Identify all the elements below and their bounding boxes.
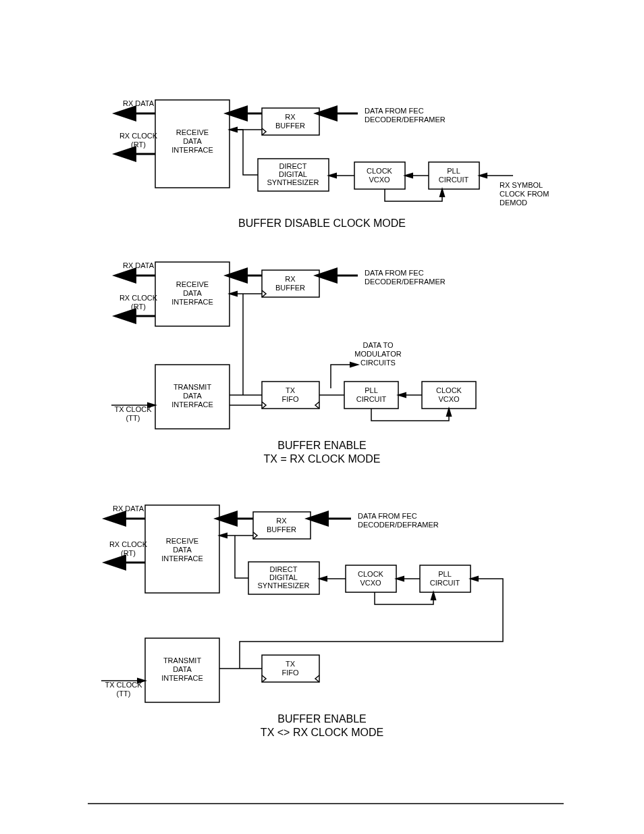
- title3b: TX <> RX CLOCK MODE: [261, 727, 383, 738]
- tdi-l3: INTERFACE: [171, 400, 213, 409]
- fec2-l2: DECODER/DEFRAMER: [365, 278, 446, 286]
- dds3-l2: DIGITAL: [269, 573, 298, 581]
- fec3-l2: DECODER/DEFRAMER: [358, 521, 439, 529]
- diagram-buffer-enable-txeqrx: RECEIVE DATA INTERFACE RX DATA RX CLOCK …: [111, 261, 476, 465]
- clk3-l1: CLOCK: [358, 570, 384, 578]
- tt-l: (TT): [126, 414, 140, 422]
- rs-l2: CLOCK FROM: [500, 190, 549, 198]
- tdi3-l2: DATA: [173, 665, 192, 673]
- pll-vcxo-fb2: [371, 409, 449, 421]
- tt-l3: (TT): [117, 689, 131, 698]
- clk3-l2: VCXO: [360, 579, 381, 587]
- rdi3-l2: DATA: [173, 546, 192, 554]
- rs-l1: RX SYMBOL: [500, 181, 543, 189]
- diagram-canvas: RECEIVE DATA INTERFACE RX DATA RX CLOCK …: [0, 0, 644, 834]
- rdi-label1: RECEIVE: [176, 128, 209, 136]
- txf3-l2: FIFO: [281, 669, 298, 677]
- rdi-l3: INTERFACE: [171, 298, 213, 306]
- rt-label: (RT): [131, 140, 146, 149]
- rt-l: (RT): [131, 303, 146, 311]
- pll2-l1: PLL: [365, 386, 378, 394]
- rxbuf3-l2: BUFFER: [267, 525, 296, 533]
- rdi-label2: DATA: [183, 137, 202, 145]
- rs-l3: DEMOD: [500, 199, 527, 207]
- vcxo-pll-fb3: [375, 592, 433, 604]
- title1: BUFFER DISABLE CLOCK MODE: [238, 217, 406, 229]
- rxclock-l3: RX CLOCK: [109, 540, 148, 548]
- rxdata-l3: RX DATA: [113, 504, 144, 513]
- fec3-l1: DATA FROM FEC: [358, 512, 417, 520]
- pll-l2: CIRCUIT: [439, 176, 469, 184]
- txf3-l1: TX: [286, 660, 296, 668]
- rdi-l2: DATA: [183, 289, 202, 297]
- rdi3-l3: INTERFACE: [161, 554, 203, 563]
- fec2-l1: DATA FROM FEC: [365, 269, 424, 277]
- clk2-l2: VCXO: [438, 395, 460, 403]
- dm-l3: CIRCUITS: [360, 359, 396, 367]
- dds3-l3: SYNTHESIZER: [257, 581, 309, 590]
- rxbuf2-l2: BUFFER: [275, 284, 305, 292]
- clk-l2: VCXO: [369, 176, 390, 184]
- tdi3-l1: TRANSMIT: [163, 656, 202, 664]
- dds3-l1: DIRECT: [270, 565, 298, 573]
- rxclock-label: RX CLOCK: [119, 132, 158, 140]
- title2b: TX = RX CLOCK MODE: [264, 453, 381, 465]
- dds-to-rdi: [230, 130, 258, 175]
- pll3-l1: PLL: [438, 570, 452, 578]
- txclock-l: TX CLOCK: [114, 405, 152, 413]
- pll-l1: PLL: [447, 167, 460, 175]
- fec-l1: DATA FROM FEC: [365, 107, 424, 115]
- rt-l3: (RT): [121, 549, 136, 557]
- txf-l2: FIFO: [281, 395, 298, 403]
- clk-l1: CLOCK: [367, 167, 393, 175]
- diagram-buffer-enable-txnerx: RECEIVE DATA INTERFACE RX DATA RX CLOCK …: [101, 504, 503, 738]
- rdi3-l1: RECEIVE: [166, 537, 198, 545]
- dds-l2: DIGITAL: [279, 170, 307, 178]
- vcxo-pll-feedback: [385, 189, 442, 201]
- rxdata-label: RX DATA: [123, 99, 155, 107]
- clk2-l1: CLOCK: [436, 386, 462, 394]
- fec-l2: DECODER/DEFRAMER: [365, 115, 446, 124]
- rxbuf3-l1: RX: [276, 517, 287, 525]
- dm-l1: DATA TO: [363, 341, 393, 349]
- rxdata-l: RX DATA: [123, 261, 155, 269]
- rxbuf-l2: BUFFER: [275, 122, 305, 130]
- rdi-l1: RECEIVE: [176, 280, 209, 288]
- txclock-l3: TX CLOCK: [105, 681, 142, 689]
- dm-l2: MODULATOR: [354, 350, 401, 358]
- pll3-l2: CIRCUIT: [430, 579, 460, 587]
- dds-l3: SYNTHESIZER: [267, 178, 319, 186]
- rdi-label3: INTERFACE: [171, 146, 213, 154]
- tdi-l2: DATA: [183, 392, 202, 400]
- tdi-l1: TRANSMIT: [173, 383, 212, 391]
- rxbuf2-l1: RX: [285, 275, 296, 283]
- rxbuf-l1: RX: [285, 113, 296, 121]
- tdi3-l3: INTERFACE: [161, 674, 203, 682]
- dds-to-rdi3: [235, 536, 248, 578]
- diagram-buffer-disable: RECEIVE DATA INTERFACE RX DATA RX CLOCK …: [118, 99, 549, 229]
- txf-l1: TX: [286, 386, 296, 394]
- title2a: BUFFER ENABLE: [277, 440, 367, 451]
- pll2-l2: CIRCUIT: [356, 395, 387, 403]
- title3a: BUFFER ENABLE: [277, 713, 367, 725]
- dds-l1: DIRECT: [279, 162, 307, 170]
- rxclock-l: RX CLOCK: [119, 294, 158, 302]
